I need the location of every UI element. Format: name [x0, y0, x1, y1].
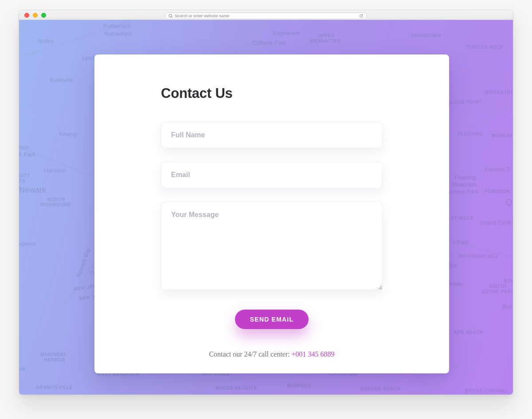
map-label: Newark Bay: [75, 247, 92, 278]
map-label: RICHMOND HILL: [459, 254, 499, 259]
map-label: Bell P: [502, 303, 513, 310]
map-label: MIDWOOD: [287, 383, 312, 388]
fullname-input[interactable]: [161, 122, 383, 148]
map-label: LLEGE POINT: [448, 100, 481, 105]
map-label: Cliffside Park: [252, 39, 286, 46]
map-label: EN: [450, 264, 457, 268]
contact-card: Contact Us SEND EMAIL Contact our 24/7 c…: [94, 54, 449, 373]
map-label: POMONOK: [485, 189, 510, 194]
map-label: Grand Central Pk: [480, 219, 513, 226]
map-label: PARK: [450, 282, 464, 287]
map-label: IRONBOUND: [40, 202, 71, 207]
zoom-window-button[interactable]: [41, 13, 46, 18]
map-label: ST HILLS: [451, 216, 473, 221]
map-label: k Park: [19, 151, 35, 158]
map-label: Newark: [19, 186, 46, 195]
map-label: BROAD CHANNEL: [465, 388, 509, 393]
map-label: ARD BEACH: [454, 330, 483, 335]
search-icon: [168, 14, 173, 18]
map-label: WHITESTON: [485, 90, 513, 95]
map-label: orona Park: [450, 188, 478, 195]
map-label: OZONE PARK: [482, 289, 513, 294]
map-label: Nutley: [38, 38, 54, 44]
map-label: THROGS NECK: [467, 45, 504, 50]
window-controls: [24, 13, 46, 18]
email-input[interactable]: [161, 162, 383, 188]
map-label: SOUNDVIEW: [411, 33, 442, 38]
map-label: Q: [506, 198, 512, 207]
map-label: DYKER HEIGHTS: [216, 386, 257, 391]
map-label: Rutherford: [103, 23, 130, 29]
footer-contact-line: Contact our 24/7 call center: +001 345 6…: [161, 350, 383, 358]
svg-line-1: [172, 16, 173, 18]
message-textarea[interactable]: [161, 202, 383, 290]
browser-window: Search or enter website name + NutleyRut…: [19, 10, 513, 395]
map-label: NORTH: [47, 197, 65, 202]
map-label: SITY: [19, 173, 30, 178]
close-window-button[interactable]: [24, 13, 29, 18]
url-placeholder: Search or enter website name: [175, 14, 359, 18]
map-label: HARBOR: [44, 357, 66, 362]
map-label: Belleville: [50, 77, 73, 83]
page-viewport: NutleyRutherfordRutherfordLyndhBellevill…: [19, 20, 513, 395]
map-label: Rutherford: [104, 31, 131, 37]
map-label: BERGEN BEACH: [360, 387, 401, 392]
map-label: ce: [19, 365, 25, 372]
reload-icon[interactable]: [359, 14, 364, 18]
map-label: SOU: [504, 279, 513, 283]
map-label: Harrison: [44, 167, 66, 174]
map-label: nch: [19, 144, 28, 151]
map-label: TS: [19, 178, 25, 183]
map-label: xpress: [19, 241, 36, 247]
map-label: GRANITEVILLE: [36, 385, 73, 390]
map-label: FLUSHING: [458, 132, 484, 136]
map-label: UPPER: [318, 33, 335, 38]
map-label: MANHATTAN: [310, 39, 341, 43]
map-label: Edgewater: [273, 30, 300, 36]
form-heading: Contact Us: [161, 85, 383, 101]
map-label: SOUTH: [489, 284, 506, 289]
map-label: Meadows: [452, 181, 477, 188]
map-label: Kearny: [59, 131, 77, 137]
footer-prefix: Contact our 24/7 call center:: [209, 350, 291, 358]
map-label: MARINERS: [40, 352, 67, 357]
map-label: Flushing: [454, 174, 476, 181]
footer-phone-link[interactable]: +001 345 6889: [292, 350, 335, 358]
minimize-window-button[interactable]: [33, 13, 38, 18]
url-bar[interactable]: Search or enter website name: [165, 12, 367, 19]
send-email-button[interactable]: SEND EMAIL: [235, 310, 309, 329]
svg-point-0: [169, 14, 172, 17]
map-label: t Park: [454, 239, 469, 245]
map-label: MURRAY: [492, 133, 513, 138]
map-label: Kissena P: [485, 166, 511, 173]
title-bar: Search or enter website name +: [19, 10, 513, 20]
